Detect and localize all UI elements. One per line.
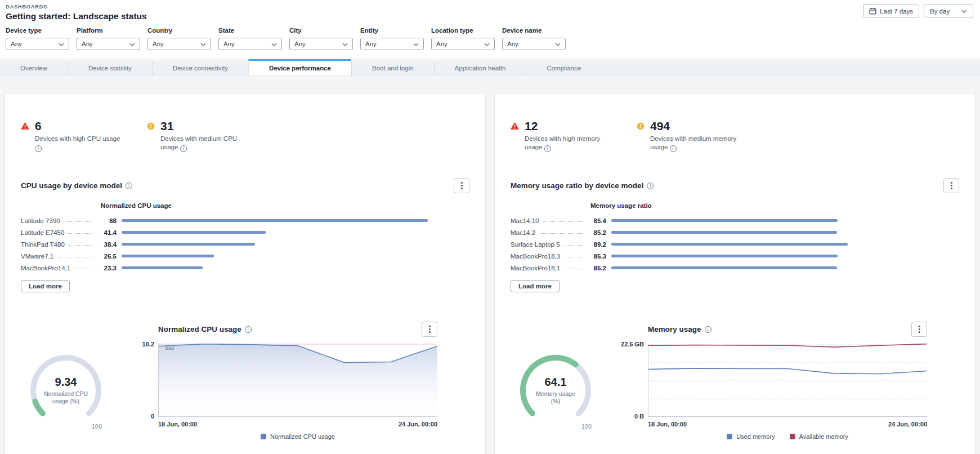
info-icon[interactable] [180, 145, 187, 152]
memory-bar-section-title-text: Memory usage ratio by device model [511, 181, 643, 190]
legend-item-used-memory[interactable]: Used memory [727, 433, 775, 440]
tab-device-connectivity[interactable]: Device connectivity [152, 61, 248, 75]
tab-application-health[interactable]: Application health [434, 61, 526, 75]
legend-swatch [790, 434, 795, 439]
chevron-down-icon [129, 41, 135, 47]
dotted-leader [539, 233, 583, 234]
platform-select[interactable]: Any [77, 38, 140, 50]
tab-boot-and-login[interactable]: Boot and login [351, 61, 434, 75]
bar-fill [611, 219, 838, 222]
threshold-label: bad [165, 345, 174, 351]
chevron-down-icon [342, 41, 348, 47]
city-select[interactable]: Any [289, 38, 353, 50]
card-memory-performance: 12Devices with high memory usage 494Devi… [494, 93, 975, 454]
memory-trend-title: Memory usage [648, 325, 711, 333]
legend-item-available-memory[interactable]: Available memory [790, 433, 848, 440]
entity-select[interactable]: Any [360, 38, 424, 50]
info-icon[interactable] [670, 145, 677, 152]
kebab-menu-button[interactable] [911, 322, 927, 337]
filter-label: Device type [6, 27, 69, 34]
bar-row-latitude-7390: Latitude 739088 [21, 215, 469, 226]
cpu-stats-row: 6Devices with high CPU usage 31Devices w… [21, 119, 469, 152]
cpu-line-chart: bad [158, 344, 437, 417]
date-range-button[interactable]: Last 7 days [863, 5, 919, 17]
bar-label: MacBookPro18,3 [511, 253, 560, 260]
dotted-leader [68, 245, 93, 246]
bar-value: 23.3 [96, 265, 117, 271]
bar-track [122, 217, 469, 225]
memory-trend-title-text: Memory usage [648, 325, 701, 333]
warning-triangle-icon [511, 119, 519, 152]
stat-devices-with-high-cpu-usage: 6Devices with high CPU usage [21, 119, 147, 152]
device-type-select[interactable]: Any [6, 38, 69, 50]
stat-value: 6 [35, 119, 124, 133]
bar-row-vmware7-1: VMware7,126.5 [21, 250, 469, 262]
kebab-icon [951, 185, 952, 186]
kebab-menu-button[interactable] [454, 178, 469, 193]
load-more-button[interactable]: Load more [21, 280, 70, 292]
breadcrumb[interactable]: DASHBOARDS [6, 3, 147, 10]
series-line-used-memory [648, 368, 927, 374]
legend-item-normalized-cpu-usage[interactable]: Normalized CPU usage [261, 433, 335, 440]
tab-device-stability[interactable]: Device stability [68, 61, 152, 75]
y-axis-min-label: 0 B [634, 413, 644, 420]
bar-fill [122, 255, 214, 257]
cpu-bar-section-title: CPU usage by device model [21, 181, 132, 190]
kebab-menu-button[interactable] [422, 322, 437, 337]
stat-value: 494 [650, 119, 739, 133]
memory-bar-section-title: Memory usage ratio by device model [511, 181, 654, 190]
bar-fill [611, 266, 837, 269]
info-icon[interactable] [544, 145, 551, 152]
bar-track [122, 264, 469, 272]
cpu-gauge: 9.34 Normalized CPU usage (%) 100 [21, 348, 111, 432]
page-title: Getting started: Landscape status [6, 11, 147, 21]
info-icon[interactable] [245, 326, 252, 333]
select-value: Any [507, 41, 518, 47]
filter-city: CityAny [289, 27, 353, 50]
warning-triangle-icon [21, 119, 29, 152]
bar-label: MacBookPro18,1 [511, 265, 560, 271]
bar-label: VMware7,1 [21, 253, 53, 260]
bar-row-thinkpad-t480: ThinkPad T48038.4 [21, 238, 469, 250]
dotted-leader [563, 257, 583, 257]
state-select[interactable]: Any [218, 38, 282, 50]
device-name-select[interactable]: Any [502, 38, 566, 50]
load-more-button[interactable]: Load more [511, 280, 560, 292]
filter-label: Entity [360, 27, 424, 34]
filter-country: CountryAny [147, 27, 211, 50]
cpu-bar-section-title-text: CPU usage by device model [21, 181, 122, 190]
toolbar: Last 7 days By day [863, 5, 973, 17]
country-select[interactable]: Any [147, 38, 211, 50]
info-icon[interactable] [126, 183, 132, 189]
bar-label: Latitude 7390 [21, 217, 60, 224]
info-icon[interactable] [705, 326, 711, 333]
warning-circle-icon [637, 119, 645, 152]
kebab-menu-button[interactable] [943, 178, 959, 193]
page-header: DASHBOARDS Getting started: Landscape st… [0, 0, 980, 21]
cpu-line-chart-column: Normalized CPU usage 10.2 0 bad [133, 322, 437, 440]
bar-fill [122, 266, 203, 269]
filter-label: Country [147, 27, 211, 34]
stat-label: Devices with medium memory usage [650, 135, 739, 152]
gauge-value: 64.1 [511, 376, 601, 389]
location-type-select[interactable]: Any [431, 38, 495, 50]
y-axis-min-label: 0 [151, 413, 154, 420]
stat-value: 31 [160, 119, 249, 133]
granularity-select[interactable]: By day [924, 5, 973, 17]
chevron-down-icon [961, 10, 967, 13]
chevron-down-icon [555, 41, 561, 47]
cpu-line-chart-svg [159, 344, 437, 417]
dotted-leader [74, 269, 93, 269]
info-icon[interactable] [647, 183, 654, 189]
bar-label: MacBookPro14,1 [21, 265, 70, 271]
bar-row-latitude-e7450: Latitude E745041.4 [21, 226, 469, 238]
bar-track [611, 229, 959, 237]
bar-label: Mac14,10 [511, 217, 539, 224]
info-icon[interactable] [35, 145, 42, 152]
tab-overview[interactable]: Overview [0, 61, 68, 75]
bar-value: 85.2 [586, 229, 606, 236]
gauge-value: 9.34 [21, 376, 111, 389]
tab-compliance[interactable]: Compliance [526, 61, 601, 75]
tab-device-performance[interactable]: Device performance [248, 59, 351, 75]
stat-devices-with-medium-cpu-usage: 31Devices with medium CPU usage [147, 119, 273, 152]
